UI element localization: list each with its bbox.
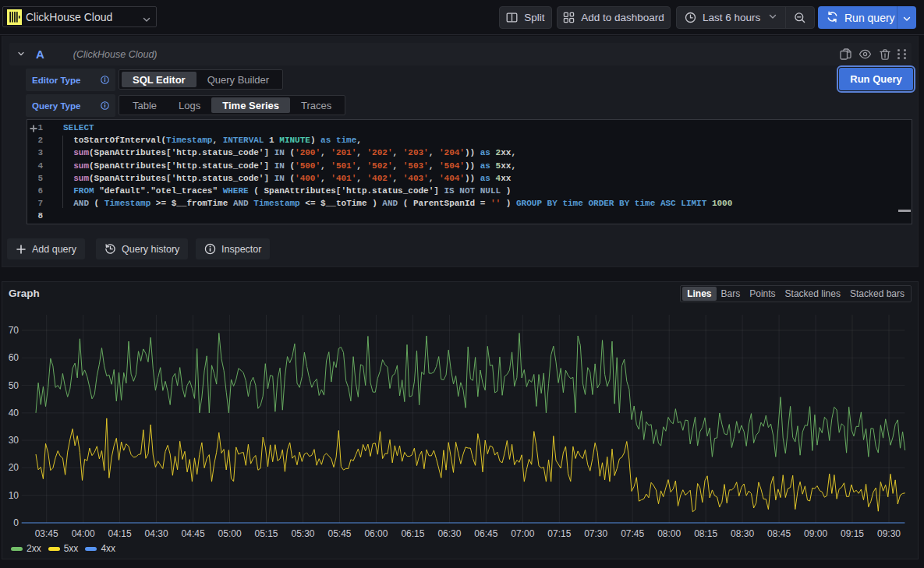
svg-text:06:30: 06:30 bbox=[437, 528, 461, 539]
svg-text:07:30: 07:30 bbox=[584, 528, 607, 539]
svg-text:20: 20 bbox=[9, 462, 19, 473]
svg-text:08:15: 08:15 bbox=[694, 528, 717, 539]
svg-text:05:45: 05:45 bbox=[327, 528, 351, 539]
svg-text:06:15: 06:15 bbox=[401, 528, 424, 539]
svg-text:07:45: 07:45 bbox=[621, 528, 644, 539]
svg-text:50: 50 bbox=[9, 380, 19, 391]
svg-text:08:30: 08:30 bbox=[731, 528, 754, 539]
svg-text:30: 30 bbox=[9, 435, 19, 446]
svg-text:06:45: 06:45 bbox=[474, 528, 497, 539]
svg-text:09:15: 09:15 bbox=[841, 528, 864, 539]
svg-text:08:45: 08:45 bbox=[767, 528, 791, 539]
svg-text:05:15: 05:15 bbox=[254, 528, 278, 539]
svg-text:05:30: 05:30 bbox=[291, 528, 314, 539]
svg-text:09:00: 09:00 bbox=[804, 528, 827, 539]
svg-text:05:00: 05:00 bbox=[218, 528, 242, 539]
svg-text:07:15: 07:15 bbox=[547, 528, 571, 539]
svg-text:0: 0 bbox=[13, 517, 19, 528]
svg-text:08:00: 08:00 bbox=[657, 528, 681, 539]
svg-text:04:45: 04:45 bbox=[182, 528, 205, 539]
svg-text:60: 60 bbox=[9, 352, 19, 363]
svg-text:04:00: 04:00 bbox=[72, 528, 95, 539]
svg-text:07:00: 07:00 bbox=[511, 528, 534, 539]
svg-text:09:30: 09:30 bbox=[877, 528, 901, 539]
svg-text:40: 40 bbox=[9, 407, 19, 418]
svg-text:10: 10 bbox=[9, 490, 19, 501]
svg-text:04:15: 04:15 bbox=[108, 528, 132, 539]
svg-text:70: 70 bbox=[9, 325, 19, 336]
svg-text:04:30: 04:30 bbox=[145, 528, 168, 539]
svg-text:06:00: 06:00 bbox=[364, 528, 388, 539]
svg-text:03:45: 03:45 bbox=[35, 528, 58, 539]
